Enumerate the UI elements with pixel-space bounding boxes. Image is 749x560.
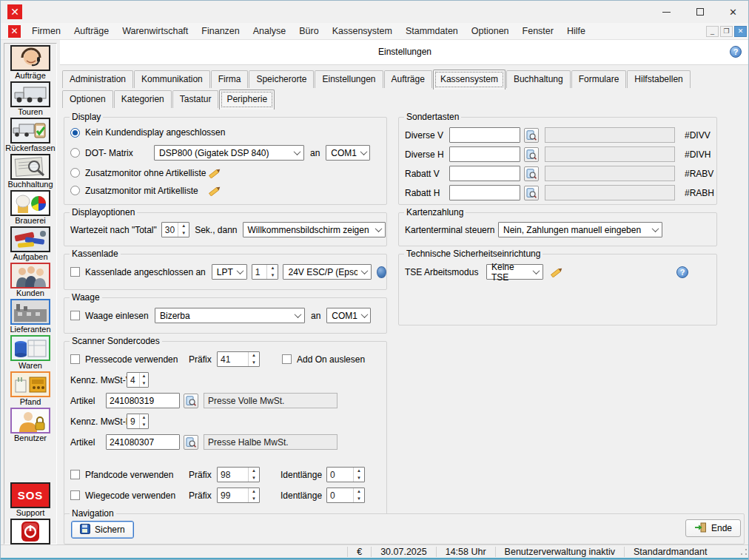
rabatt-v-search-button[interactable] [524,166,539,181]
artikel-h-input[interactable] [106,434,180,450]
wiege-identlaenge-spinner[interactable]: 0 ▲▼ [326,488,365,503]
menu-optionen[interactable]: Optionen [465,23,516,40]
help-icon[interactable]: ? [730,46,742,58]
waage-checkbox[interactable] [70,311,80,320]
radio-zusatzmonitor-mit[interactable] [70,186,80,195]
spinner-up-icon[interactable]: ▲ [354,488,364,496]
mdi-app-icon[interactable]: ✕ [8,25,21,38]
sidebar-item-rueckerfassen[interactable]: Rückerfassen [4,118,56,152]
pencil-icon[interactable] [207,167,222,178]
subtab-optionen[interactable]: Optionen [62,90,113,108]
sidebar-item-support[interactable]: SOS Support [4,482,56,517]
resize-grip[interactable] [739,547,748,556]
mdi-minimize-button[interactable]: _ [706,26,719,37]
menu-analyse[interactable]: Analyse [246,23,292,40]
ende-button[interactable]: Ende [685,519,741,537]
radio-kein-kundendisplay[interactable] [70,128,80,138]
tab-buchhaltung[interactable]: Buchhaltung [506,70,571,88]
spinner-down-icon[interactable]: ▼ [178,230,189,237]
menu-kassensystem[interactable]: Kassensystem [326,23,399,40]
menu-fenster[interactable]: Fenster [516,23,560,40]
tab-hilfstabellen[interactable]: Hilfstabellen [627,70,690,88]
spinner-down-icon[interactable]: ▼ [267,272,278,280]
tab-einstellungen[interactable]: Einstellungen [315,70,383,88]
tab-kommunikation[interactable]: Kommunikation [134,70,210,88]
pfandcode-checkbox[interactable] [70,470,80,479]
waage-port-select[interactable]: COM1 [326,308,371,323]
spinner-up-icon[interactable]: ▲ [354,468,364,475]
spinner-down-icon[interactable]: ▼ [354,475,364,482]
menu-warenwirtschaft[interactable]: Warenwirtschaft [115,23,195,40]
menu-finanzen[interactable]: Finanzen [195,23,246,40]
mwstv-spinner[interactable]: 4 ▲▼ [127,372,149,388]
rabatt-v-input[interactable] [449,166,520,181]
menu-hilfe[interactable]: Hilfe [560,23,592,40]
subtab-kategorien[interactable]: Kategorien [114,90,172,108]
window-maximize-button[interactable] [683,1,716,23]
diverse-v-input[interactable] [449,127,520,143]
spinner-down-icon[interactable]: ▼ [249,360,259,367]
sidebar-item-brauerei[interactable]: Brauerei [4,190,56,225]
spinner-up-icon[interactable]: ▲ [140,414,148,422]
dot-matrix-device-select[interactable]: DSP800 (Gigatek DSP 840) [154,145,304,161]
spinner-up-icon[interactable]: ▲ [267,265,278,272]
spinner-up-icon[interactable]: ▲ [249,468,259,475]
sidebar-item-touren[interactable]: Touren [4,81,56,116]
rabatt-h-input[interactable] [449,185,520,200]
menu-buero[interactable]: Büro [292,23,325,40]
rabatt-h-search-button[interactable] [524,186,539,200]
pressecode-checkbox[interactable] [70,354,80,364]
addon-checkbox[interactable] [282,354,292,364]
pencil-icon[interactable] [207,185,222,196]
window-minimize-button[interactable] [650,1,683,23]
spinner-up-icon[interactable]: ▲ [249,488,259,496]
mdi-restore-button[interactable]: ❐ [720,26,733,37]
window-close-button[interactable]: ✕ [716,1,749,23]
menu-stammdaten[interactable]: Stammdaten [399,23,465,40]
menu-auftraege[interactable]: Aufträge [67,23,115,40]
mwsth-spinner[interactable]: 9 ▲▼ [127,414,149,429]
spinner-down-icon[interactable]: ▼ [249,496,259,503]
subtab-peripherie[interactable]: Peripherie [219,90,275,109]
pencil-icon[interactable] [549,266,564,277]
tab-administration[interactable]: Administration [62,70,133,88]
kartenterminal-select[interactable]: Nein, Zahlungen manuell eingeben [498,222,662,237]
spinner-down-icon[interactable]: ▼ [140,422,148,429]
diverse-h-input[interactable] [449,146,520,162]
menu-firmen[interactable]: Firmen [25,23,67,40]
diverse-v-search-button[interactable] [524,128,539,143]
dot-matrix-port-select[interactable]: COM1 [326,145,370,161]
sidebar-item-benutzer[interactable]: Benutzer [4,408,56,442]
wiegecode-checkbox[interactable] [70,490,80,500]
tab-firma[interactable]: Firma [211,70,249,88]
presse-praefix-spinner[interactable]: 41 ▲▼ [217,351,260,367]
subtab-tastatur[interactable]: Tastatur [172,90,219,108]
wiege-praefix-spinner[interactable]: 99 ▲▼ [217,488,260,503]
mdi-close-button[interactable]: ✕ [734,26,747,37]
spinner-up-icon[interactable]: ▲ [140,373,148,380]
tab-kassensystem[interactable]: Kassensystem [433,70,506,90]
pfand-praefix-spinner[interactable]: 98 ▲▼ [217,467,260,482]
kassenlade-port-select[interactable]: LPT [212,264,247,280]
spinner-down-icon[interactable]: ▼ [354,496,364,503]
total-action-select[interactable]: Willkommensbildschirm zeigen [243,222,386,237]
tab-formulare[interactable]: Formulare [571,70,627,88]
sidebar-item-auftraege[interactable]: Aufträge [4,45,56,80]
tab-speicherorte[interactable]: Speicherorte [249,70,314,88]
kassenlade-test-button[interactable] [377,266,386,278]
sidebar-item-pfand[interactable]: Pfand [4,371,56,406]
pfand-identlaenge-spinner[interactable]: 0 ▲▼ [326,467,365,482]
sidebar-item-kunden[interactable]: Kunden [4,263,56,297]
kassenlade-number-spinner[interactable]: 1 ▲▼ [252,264,279,280]
spinner-up-icon[interactable]: ▲ [249,352,259,360]
waage-device-select[interactable]: Bizerba [155,308,305,323]
spinner-down-icon[interactable]: ▼ [249,475,259,482]
tse-mode-select[interactable]: Keine TSE [486,264,543,280]
kassenlade-protocol-select[interactable]: 24V ESC/P (Epson) [283,264,372,280]
radio-dot-matrix[interactable] [70,148,80,158]
radio-zusatzmonitor-ohne[interactable] [70,168,80,178]
sidebar-item-aufgaben[interactable]: Aufgaben [4,226,56,261]
artikel-v-search-button[interactable] [184,394,198,408]
artikel-h-search-button[interactable] [184,435,198,450]
artikel-v-input[interactable] [106,393,180,408]
